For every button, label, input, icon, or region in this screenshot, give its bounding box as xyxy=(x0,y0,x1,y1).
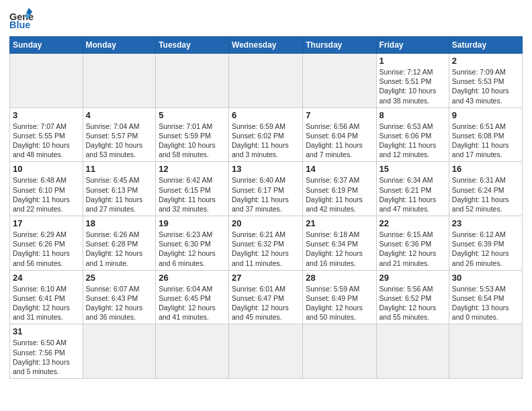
day-info: Sunrise: 6:07 AM Sunset: 6:43 PM Dayligh… xyxy=(86,284,153,322)
day-info: Sunrise: 6:29 AM Sunset: 6:26 PM Dayligh… xyxy=(13,230,80,268)
day-cell: 11Sunrise: 6:45 AM Sunset: 6:13 PM Dayli… xyxy=(83,162,156,216)
week-row-2: 3Sunrise: 7:07 AM Sunset: 5:55 PM Daylig… xyxy=(10,107,523,162)
day-info: Sunrise: 6:26 AM Sunset: 6:28 PM Dayligh… xyxy=(86,230,153,268)
day-info: Sunrise: 6:48 AM Sunset: 6:10 PM Dayligh… xyxy=(13,175,80,214)
day-cell: 20Sunrise: 6:21 AM Sunset: 6:32 PM Dayli… xyxy=(229,216,303,271)
day-info: Sunrise: 6:18 AM Sunset: 6:34 PM Dayligh… xyxy=(306,230,373,268)
day-cell xyxy=(156,54,229,108)
day-number: 8 xyxy=(380,110,446,120)
day-info: Sunrise: 6:21 AM Sunset: 6:32 PM Dayligh… xyxy=(232,230,300,268)
day-cell: 8Sunrise: 6:53 AM Sunset: 6:06 PM Daylig… xyxy=(376,107,449,162)
day-info: Sunrise: 6:10 AM Sunset: 6:41 PM Dayligh… xyxy=(13,284,80,322)
day-number: 18 xyxy=(86,218,153,228)
day-cell: 21Sunrise: 6:18 AM Sunset: 6:34 PM Dayli… xyxy=(303,216,376,271)
day-cell: 13Sunrise: 6:40 AM Sunset: 6:17 PM Dayli… xyxy=(229,162,303,216)
day-number: 26 xyxy=(159,273,226,283)
day-cell: 6Sunrise: 6:59 AM Sunset: 6:02 PM Daylig… xyxy=(229,107,303,162)
day-cell: 17Sunrise: 6:29 AM Sunset: 6:26 PM Dayli… xyxy=(10,216,83,271)
week-row-3: 10Sunrise: 6:48 AM Sunset: 6:10 PM Dayli… xyxy=(10,162,523,216)
day-info: Sunrise: 6:53 AM Sunset: 6:06 PM Dayligh… xyxy=(380,122,446,160)
day-info: Sunrise: 6:42 AM Sunset: 6:15 PM Dayligh… xyxy=(159,175,226,214)
day-cell: 25Sunrise: 6:07 AM Sunset: 6:43 PM Dayli… xyxy=(83,270,156,324)
day-cell: 12Sunrise: 6:42 AM Sunset: 6:15 PM Dayli… xyxy=(156,162,229,216)
day-cell: 23Sunrise: 6:12 AM Sunset: 6:39 PM Dayli… xyxy=(449,216,522,271)
day-number: 3 xyxy=(13,110,80,120)
day-cell: 3Sunrise: 7:07 AM Sunset: 5:55 PM Daylig… xyxy=(10,107,83,162)
day-cell xyxy=(156,324,229,379)
weekday-header-tuesday: Tuesday xyxy=(156,37,229,54)
day-cell: 26Sunrise: 6:04 AM Sunset: 6:45 PM Dayli… xyxy=(156,270,229,324)
day-cell: 27Sunrise: 6:01 AM Sunset: 6:47 PM Dayli… xyxy=(229,270,303,324)
day-number: 27 xyxy=(232,273,300,283)
day-number: 23 xyxy=(452,218,519,228)
day-cell: 18Sunrise: 6:26 AM Sunset: 6:28 PM Dayli… xyxy=(83,216,156,271)
week-row-1: 1Sunrise: 7:12 AM Sunset: 5:51 PM Daylig… xyxy=(10,54,523,108)
day-info: Sunrise: 6:51 AM Sunset: 6:08 PM Dayligh… xyxy=(452,122,519,160)
day-number: 25 xyxy=(86,273,153,283)
day-cell xyxy=(83,54,156,108)
day-info: Sunrise: 6:15 AM Sunset: 6:36 PM Dayligh… xyxy=(380,230,446,268)
svg-text:Blue: Blue xyxy=(9,19,30,30)
day-number: 9 xyxy=(452,110,519,120)
weekday-header-wednesday: Wednesday xyxy=(229,37,303,54)
day-number: 16 xyxy=(452,164,519,174)
day-info: Sunrise: 6:50 AM Sunset: 7:56 PM Dayligh… xyxy=(13,338,80,376)
weekday-header-friday: Friday xyxy=(376,37,449,54)
day-info: Sunrise: 6:34 AM Sunset: 6:21 PM Dayligh… xyxy=(380,175,446,214)
day-info: Sunrise: 6:04 AM Sunset: 6:45 PM Dayligh… xyxy=(159,284,226,322)
weekday-header-sunday: Sunday xyxy=(10,37,83,54)
day-cell xyxy=(303,54,376,108)
day-cell: 4Sunrise: 7:04 AM Sunset: 5:57 PM Daylig… xyxy=(83,107,156,162)
calendar-body: 1Sunrise: 7:12 AM Sunset: 5:51 PM Daylig… xyxy=(10,54,523,379)
day-number: 11 xyxy=(86,164,153,174)
day-cell: 31Sunrise: 6:50 AM Sunset: 7:56 PM Dayli… xyxy=(10,324,83,379)
day-number: 30 xyxy=(452,273,519,283)
day-number: 21 xyxy=(306,218,373,228)
day-number: 5 xyxy=(159,110,226,120)
day-cell xyxy=(83,324,156,379)
weekday-header-saturday: Saturday xyxy=(449,37,522,54)
day-cell xyxy=(229,324,303,379)
day-info: Sunrise: 7:01 AM Sunset: 5:59 PM Dayligh… xyxy=(159,122,226,160)
day-number: 15 xyxy=(380,164,446,174)
day-number: 10 xyxy=(13,164,80,174)
day-cell: 29Sunrise: 5:56 AM Sunset: 6:52 PM Dayli… xyxy=(376,270,449,324)
day-info: Sunrise: 6:45 AM Sunset: 6:13 PM Dayligh… xyxy=(86,175,153,214)
day-info: Sunrise: 6:40 AM Sunset: 6:17 PM Dayligh… xyxy=(232,175,300,214)
week-row-5: 24Sunrise: 6:10 AM Sunset: 6:41 PM Dayli… xyxy=(10,270,523,324)
day-cell: 5Sunrise: 7:01 AM Sunset: 5:59 PM Daylig… xyxy=(156,107,229,162)
day-info: Sunrise: 6:37 AM Sunset: 6:19 PM Dayligh… xyxy=(306,175,373,214)
day-number: 2 xyxy=(452,56,519,66)
day-number: 29 xyxy=(380,273,446,283)
day-cell: 2Sunrise: 7:09 AM Sunset: 5:53 PM Daylig… xyxy=(449,54,522,108)
day-cell: 14Sunrise: 6:37 AM Sunset: 6:19 PM Dayli… xyxy=(303,162,376,216)
day-cell: 30Sunrise: 5:53 AM Sunset: 6:54 PM Dayli… xyxy=(449,270,522,324)
day-info: Sunrise: 6:23 AM Sunset: 6:30 PM Dayligh… xyxy=(159,230,226,268)
weekday-row: SundayMondayTuesdayWednesdayThursdayFrid… xyxy=(10,37,523,54)
calendar: SundayMondayTuesdayWednesdayThursdayFrid… xyxy=(9,36,523,379)
day-cell xyxy=(303,324,376,379)
logo-icon: General Blue xyxy=(9,7,34,31)
day-cell xyxy=(449,324,522,379)
day-number: 6 xyxy=(232,110,300,120)
day-info: Sunrise: 6:12 AM Sunset: 6:39 PM Dayligh… xyxy=(452,230,519,268)
day-number: 28 xyxy=(306,273,373,283)
weekday-header-monday: Monday xyxy=(83,37,156,54)
day-info: Sunrise: 5:53 AM Sunset: 6:54 PM Dayligh… xyxy=(452,284,519,322)
day-number: 7 xyxy=(306,110,373,120)
day-cell xyxy=(10,54,83,108)
day-cell: 28Sunrise: 5:59 AM Sunset: 6:49 PM Dayli… xyxy=(303,270,376,324)
day-number: 12 xyxy=(159,164,226,174)
day-cell: 19Sunrise: 6:23 AM Sunset: 6:30 PM Dayli… xyxy=(156,216,229,271)
day-cell: 22Sunrise: 6:15 AM Sunset: 6:36 PM Dayli… xyxy=(376,216,449,271)
day-info: Sunrise: 5:56 AM Sunset: 6:52 PM Dayligh… xyxy=(380,284,446,322)
day-number: 22 xyxy=(380,218,446,228)
day-cell xyxy=(376,324,449,379)
day-info: Sunrise: 7:07 AM Sunset: 5:55 PM Dayligh… xyxy=(13,122,80,160)
day-cell: 9Sunrise: 6:51 AM Sunset: 6:08 PM Daylig… xyxy=(449,107,522,162)
day-number: 31 xyxy=(13,326,80,336)
day-number: 4 xyxy=(86,110,153,120)
day-cell xyxy=(229,54,303,108)
day-info: Sunrise: 7:04 AM Sunset: 5:57 PM Dayligh… xyxy=(86,122,153,160)
calendar-header: SundayMondayTuesdayWednesdayThursdayFrid… xyxy=(10,37,523,54)
